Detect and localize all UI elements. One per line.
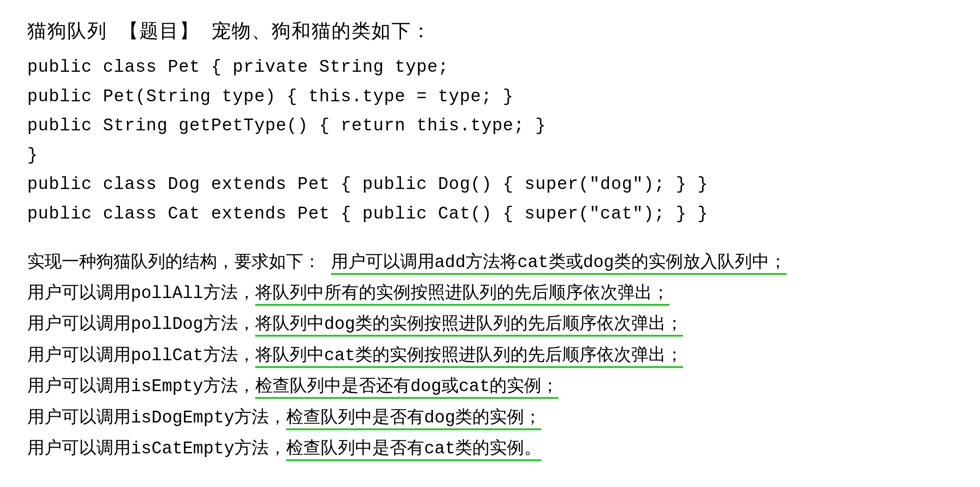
page-container: 猫狗队列 【题目】 宠物、狗和猫的类如下： public class Pet {…: [27, 18, 953, 464]
desc-req4-ul: 将队列中cat类的实例按照进队列的先后顺序依次弹出；: [255, 346, 683, 368]
code-line-1: public class Pet { private String type;: [27, 53, 953, 82]
code-line-7: public class Cat extends Pet { public Ca…: [27, 199, 953, 229]
desc-req4-plain: 用户可以调用pollCat方法，: [27, 346, 255, 365]
code-line-3: public String getPetType() { return this…: [27, 111, 953, 141]
code-block: public class Pet { private String type; …: [27, 53, 953, 229]
desc-req3-ul: 将队列中dog类的实例按照进队列的先后顺序依次弹出；: [255, 314, 683, 337]
code-line-2: public Pet(String type) { this.type = ty…: [27, 82, 953, 112]
code-line-6: public class Dog extends Pet { public Do…: [27, 170, 953, 199]
page-title: 猫狗队列 【题目】 宠物、狗和猫的类如下：: [27, 18, 953, 44]
desc-req2-ul: 将队列中所有的实例按照进队列的先后顺序依次弹出；: [255, 283, 669, 306]
code-line-4: }: [27, 141, 953, 170]
desc-req5-ul: 检查队列中是否还有dog或cat的实例；: [255, 377, 559, 399]
desc-req6-plain: 用户可以调用isDogEmpty方法，: [27, 408, 286, 427]
desc-req3-plain: 用户可以调用pollDog方法，: [27, 314, 255, 334]
desc-req7-plain: 用户可以调用isCatEmpty方法，: [27, 439, 286, 458]
desc-intro: 实现一种狗猫队列的结构，要求如下：: [27, 253, 321, 272]
desc-req6-ul: 检查队列中是否有dog类的实例；: [286, 408, 541, 430]
desc-req2-plain: 用户可以调用pollAll方法，: [27, 283, 255, 303]
desc-req1-ul: 用户可以调用add方法将cat类或dog类的实例放入队列中；: [331, 253, 787, 275]
desc-req5-plain: 用户可以调用isEmpty方法，: [27, 377, 255, 396]
desc-req7-ul: 检查队列中是否有cat类的实例。: [286, 439, 541, 461]
description-block: 实现一种狗猫队列的结构，要求如下： 用户可以调用add方法将cat类或dog类的…: [27, 247, 953, 465]
